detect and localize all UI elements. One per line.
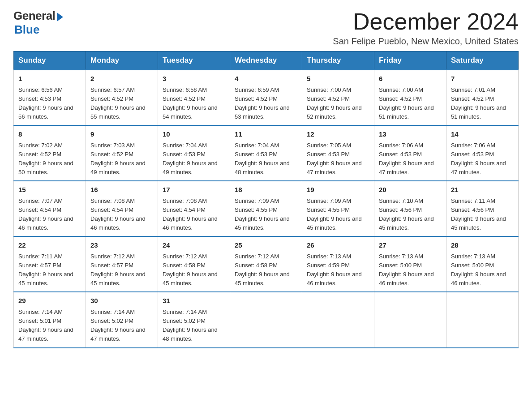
day-number: 14 bbox=[451, 129, 514, 140]
logo: General Blue bbox=[13, 9, 63, 37]
calendar-cell bbox=[446, 292, 519, 347]
day-number: 18 bbox=[235, 185, 297, 195]
header-monday: Monday bbox=[86, 51, 158, 70]
calendar-cell: 19 Sunrise: 7:09 AMSunset: 4:55 PMDaylig… bbox=[302, 181, 374, 236]
day-info: Sunrise: 7:00 AMSunset: 4:52 PMDaylight:… bbox=[307, 86, 362, 120]
day-number: 5 bbox=[307, 74, 369, 84]
day-info: Sunrise: 7:04 AMSunset: 4:53 PMDaylight:… bbox=[235, 142, 290, 176]
calendar-cell: 11 Sunrise: 7:04 AMSunset: 4:53 PMDaylig… bbox=[230, 125, 302, 181]
logo-general-text: General bbox=[13, 9, 55, 23]
day-number: 17 bbox=[163, 185, 225, 195]
day-info: Sunrise: 7:06 AMSunset: 4:53 PMDaylight:… bbox=[379, 142, 434, 176]
calendar-cell: 10 Sunrise: 7:04 AMSunset: 4:53 PMDaylig… bbox=[158, 125, 230, 181]
month-title: December 2024 bbox=[333, 9, 519, 34]
calendar-cell: 17 Sunrise: 7:08 AMSunset: 4:54 PMDaylig… bbox=[158, 181, 230, 236]
day-number: 22 bbox=[18, 240, 81, 251]
calendar-cell: 6 Sunrise: 7:00 AMSunset: 4:52 PMDayligh… bbox=[374, 70, 446, 125]
day-number: 8 bbox=[18, 129, 81, 140]
day-info: Sunrise: 7:12 AMSunset: 4:57 PMDaylight:… bbox=[90, 253, 146, 287]
day-number: 6 bbox=[379, 74, 442, 84]
day-info: Sunrise: 7:11 AMSunset: 4:56 PMDaylight:… bbox=[451, 197, 506, 231]
day-info: Sunrise: 7:05 AMSunset: 4:53 PMDaylight:… bbox=[307, 142, 362, 176]
calendar-week-row-5: 29 Sunrise: 7:14 AMSunset: 5:01 PMDaylig… bbox=[14, 292, 519, 347]
calendar-cell: 26 Sunrise: 7:13 AMSunset: 4:59 PMDaylig… bbox=[302, 236, 374, 292]
calendar-cell: 13 Sunrise: 7:06 AMSunset: 4:53 PMDaylig… bbox=[374, 125, 446, 181]
calendar-cell: 5 Sunrise: 7:00 AMSunset: 4:52 PMDayligh… bbox=[302, 70, 374, 125]
day-info: Sunrise: 6:59 AMSunset: 4:52 PMDaylight:… bbox=[235, 86, 290, 120]
calendar-cell: 22 Sunrise: 7:11 AMSunset: 4:57 PMDaylig… bbox=[14, 236, 86, 292]
day-number: 25 bbox=[235, 240, 297, 251]
day-info: Sunrise: 7:02 AMSunset: 4:52 PMDaylight:… bbox=[18, 142, 73, 176]
calendar-cell bbox=[374, 292, 446, 347]
day-number: 31 bbox=[163, 296, 225, 306]
location-title: San Felipe Pueblo, New Mexico, United St… bbox=[333, 36, 519, 47]
title-section: December 2024 San Felipe Pueblo, New Mex… bbox=[333, 9, 519, 47]
calendar-cell: 28 Sunrise: 7:13 AMSunset: 5:00 PMDaylig… bbox=[446, 236, 519, 292]
day-info: Sunrise: 7:12 AMSunset: 4:58 PMDaylight:… bbox=[235, 253, 290, 287]
logo-arrow-icon bbox=[57, 13, 63, 21]
weekday-header-row: Sunday Monday Tuesday Wednesday Thursday… bbox=[14, 51, 519, 70]
calendar-week-row-4: 22 Sunrise: 7:11 AMSunset: 4:57 PMDaylig… bbox=[14, 236, 519, 292]
page-header: General Blue December 2024 San Felipe Pu… bbox=[13, 9, 519, 47]
day-number: 2 bbox=[90, 74, 153, 84]
day-number: 23 bbox=[90, 240, 153, 251]
day-info: Sunrise: 7:13 AMSunset: 5:00 PMDaylight:… bbox=[451, 253, 506, 287]
day-number: 3 bbox=[163, 74, 225, 84]
day-info: Sunrise: 7:00 AMSunset: 4:52 PMDaylight:… bbox=[379, 86, 434, 120]
calendar-cell: 4 Sunrise: 6:59 AMSunset: 4:52 PMDayligh… bbox=[230, 70, 302, 125]
calendar-cell: 12 Sunrise: 7:05 AMSunset: 4:53 PMDaylig… bbox=[302, 125, 374, 181]
day-number: 9 bbox=[90, 129, 153, 140]
calendar-cell: 29 Sunrise: 7:14 AMSunset: 5:01 PMDaylig… bbox=[14, 292, 86, 347]
day-number: 13 bbox=[379, 129, 442, 140]
day-number: 26 bbox=[307, 240, 369, 251]
day-info: Sunrise: 7:14 AMSunset: 5:01 PMDaylight:… bbox=[18, 308, 73, 342]
day-number: 16 bbox=[90, 185, 153, 195]
day-info: Sunrise: 7:08 AMSunset: 4:54 PMDaylight:… bbox=[90, 197, 146, 231]
day-info: Sunrise: 7:14 AMSunset: 5:02 PMDaylight:… bbox=[163, 308, 218, 342]
calendar-week-row-3: 15 Sunrise: 7:07 AMSunset: 4:54 PMDaylig… bbox=[14, 181, 519, 236]
header-friday: Friday bbox=[374, 51, 446, 70]
day-number: 7 bbox=[451, 74, 514, 84]
calendar-cell: 27 Sunrise: 7:13 AMSunset: 5:00 PMDaylig… bbox=[374, 236, 446, 292]
calendar-cell: 2 Sunrise: 6:57 AMSunset: 4:52 PMDayligh… bbox=[86, 70, 158, 125]
day-info: Sunrise: 7:14 AMSunset: 5:02 PMDaylight:… bbox=[90, 308, 146, 342]
calendar-week-row-2: 8 Sunrise: 7:02 AMSunset: 4:52 PMDayligh… bbox=[14, 125, 519, 181]
day-info: Sunrise: 7:09 AMSunset: 4:55 PMDaylight:… bbox=[307, 197, 362, 231]
day-number: 30 bbox=[90, 296, 153, 306]
calendar-cell: 24 Sunrise: 7:12 AMSunset: 4:58 PMDaylig… bbox=[158, 236, 230, 292]
day-info: Sunrise: 6:58 AMSunset: 4:52 PMDaylight:… bbox=[163, 86, 218, 120]
header-tuesday: Tuesday bbox=[158, 51, 230, 70]
calendar-cell: 9 Sunrise: 7:03 AMSunset: 4:52 PMDayligh… bbox=[86, 125, 158, 181]
day-info: Sunrise: 7:10 AMSunset: 4:56 PMDaylight:… bbox=[379, 197, 434, 231]
day-number: 12 bbox=[307, 129, 369, 140]
calendar-week-row-1: 1 Sunrise: 6:56 AMSunset: 4:53 PMDayligh… bbox=[14, 70, 519, 125]
calendar-cell: 16 Sunrise: 7:08 AMSunset: 4:54 PMDaylig… bbox=[86, 181, 158, 236]
calendar-cell: 25 Sunrise: 7:12 AMSunset: 4:58 PMDaylig… bbox=[230, 236, 302, 292]
day-info: Sunrise: 7:13 AMSunset: 4:59 PMDaylight:… bbox=[307, 253, 362, 287]
day-info: Sunrise: 7:06 AMSunset: 4:53 PMDaylight:… bbox=[451, 142, 506, 176]
day-info: Sunrise: 7:12 AMSunset: 4:58 PMDaylight:… bbox=[163, 253, 218, 287]
day-number: 15 bbox=[18, 185, 81, 195]
day-number: 24 bbox=[163, 240, 225, 251]
day-info: Sunrise: 7:01 AMSunset: 4:52 PMDaylight:… bbox=[451, 86, 506, 120]
day-info: Sunrise: 7:08 AMSunset: 4:54 PMDaylight:… bbox=[163, 197, 218, 231]
day-number: 19 bbox=[307, 185, 369, 195]
day-number: 11 bbox=[235, 129, 297, 140]
calendar-cell bbox=[230, 292, 302, 347]
day-number: 1 bbox=[18, 74, 81, 84]
calendar-cell: 18 Sunrise: 7:09 AMSunset: 4:55 PMDaylig… bbox=[230, 181, 302, 236]
day-number: 10 bbox=[163, 129, 225, 140]
calendar-cell bbox=[302, 292, 374, 347]
day-number: 29 bbox=[18, 296, 81, 306]
calendar-cell: 30 Sunrise: 7:14 AMSunset: 5:02 PMDaylig… bbox=[86, 292, 158, 347]
day-info: Sunrise: 7:09 AMSunset: 4:55 PMDaylight:… bbox=[235, 197, 290, 231]
day-info: Sunrise: 6:56 AMSunset: 4:53 PMDaylight:… bbox=[18, 86, 73, 120]
day-info: Sunrise: 7:11 AMSunset: 4:57 PMDaylight:… bbox=[18, 253, 73, 287]
day-info: Sunrise: 7:07 AMSunset: 4:54 PMDaylight:… bbox=[18, 197, 73, 231]
header-wednesday: Wednesday bbox=[230, 51, 302, 70]
header-saturday: Saturday bbox=[446, 51, 519, 70]
header-thursday: Thursday bbox=[302, 51, 374, 70]
day-number: 27 bbox=[379, 240, 442, 251]
header-sunday: Sunday bbox=[14, 51, 86, 70]
day-info: Sunrise: 7:04 AMSunset: 4:53 PMDaylight:… bbox=[163, 142, 218, 176]
